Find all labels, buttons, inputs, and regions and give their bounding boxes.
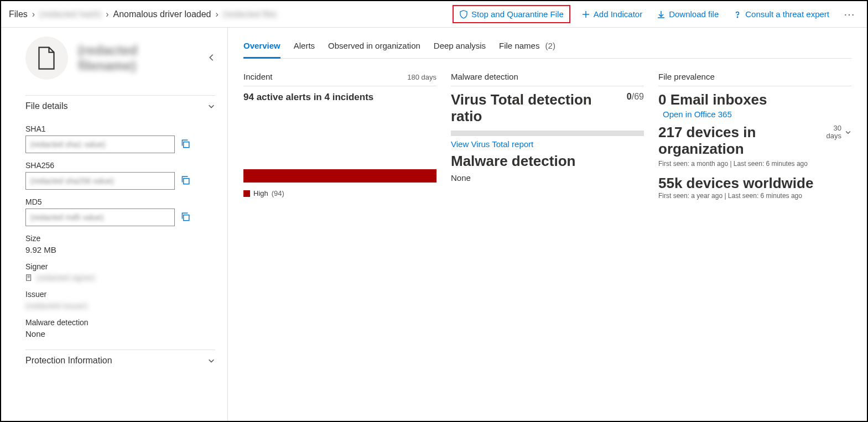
stop-quarantine-label: Stop and Quarantine File: [471, 9, 564, 19]
signer-value: (redacted signer): [37, 273, 95, 282]
copy-icon: [180, 212, 190, 222]
protection-info-heading: Protection Information: [25, 356, 112, 366]
collapse-panel-button[interactable]: [207, 54, 215, 63]
certificate-icon: [25, 274, 33, 282]
breadcrumb-hash[interactable]: (redacted hash): [39, 9, 101, 19]
chevron-right-icon: ›: [32, 9, 35, 19]
copy-icon: [180, 175, 190, 185]
legend-swatch-high: [243, 190, 250, 197]
svg-rect-5: [184, 215, 189, 220]
signer-label: Signer: [25, 262, 215, 271]
tab-file-names-label: File names: [499, 41, 539, 50]
more-actions-button[interactable]: ⋯: [840, 8, 859, 21]
consult-expert-button[interactable]: Consult a threat expert: [730, 7, 833, 21]
malware-detection-value: None: [25, 329, 215, 338]
chevron-down-icon: [207, 102, 215, 110]
chevron-right-icon: ›: [106, 9, 108, 19]
malware-detection-result: None: [451, 173, 644, 183]
prevalence-title: File prevalence: [658, 72, 715, 81]
tab-deep-analysis[interactable]: Deep analysis: [434, 37, 486, 58]
prevalence-days-selector[interactable]: 30 days: [827, 124, 851, 140]
file-icon: [25, 37, 68, 80]
alert-legend: High (94): [243, 189, 436, 197]
copy-sha1-button[interactable]: [180, 139, 190, 150]
download-file-label: Download file: [669, 9, 719, 19]
malware-detection-card: Malware detection Virus Total detection …: [451, 72, 644, 207]
alert-severity-bar: [243, 169, 436, 183]
copy-sha256-button[interactable]: [180, 175, 190, 187]
protection-info-section-toggle[interactable]: Protection Information: [25, 350, 215, 371]
md5-label: MD5: [25, 197, 215, 206]
breadcrumb-file[interactable]: (redacted file): [223, 9, 277, 19]
legend-label-high: High: [253, 189, 268, 197]
svg-rect-4: [184, 178, 189, 184]
prevalence-world-meta: First seen: a year ago | Last seen: 6 mi…: [658, 192, 851, 200]
sha256-label: SHA256: [25, 161, 215, 170]
issuer-label: Issuer: [25, 290, 215, 299]
copy-md5-button[interactable]: [180, 212, 190, 223]
consult-expert-label: Consult a threat expert: [745, 9, 829, 19]
tabs: Overview Alerts Observed in organization…: [243, 37, 851, 59]
breadcrumb-alert[interactable]: Anomalous driver loaded: [113, 9, 211, 19]
legend-count-high: (94): [272, 189, 284, 197]
prevalence-inboxes: 0 Email inboxes: [658, 92, 851, 108]
svg-point-2: [737, 17, 738, 17]
virus-total-ratio-value: 0/69: [627, 92, 644, 102]
open-office365-link[interactable]: Open in Office 365: [663, 110, 851, 119]
chevron-down-icon: [845, 129, 851, 136]
chevron-left-icon: [207, 54, 215, 61]
tab-alerts[interactable]: Alerts: [294, 37, 315, 58]
tab-overview[interactable]: Overview: [243, 37, 280, 59]
copy-icon: [180, 139, 190, 149]
prevalence-org-meta: First seen: a month ago | Last seen: 6 m…: [658, 160, 851, 168]
file-details-heading: File details: [25, 101, 67, 111]
malware-detection-heading: Malware detection: [451, 153, 644, 170]
add-indicator-label: Add Indicator: [594, 9, 642, 19]
virus-total-ratio-bar: [451, 131, 644, 136]
md5-value-box[interactable]: (redacted md5 value): [25, 209, 175, 226]
incident-title: Incident: [243, 72, 273, 81]
view-virus-total-report-link[interactable]: View Virus Total report: [451, 139, 644, 149]
svg-rect-3: [184, 142, 189, 147]
virus-total-ratio-label: Virus Total detection ratio: [451, 92, 627, 125]
sha256-value-box[interactable]: (redacted sha256 value): [25, 172, 175, 190]
prevalence-org-devices: 217 devices in organization: [658, 124, 821, 158]
file-details-section-toggle[interactable]: File details: [25, 95, 215, 117]
malware-card-title: Malware detection: [451, 72, 518, 81]
incident-headline: 94 active alerts in 4 incidents: [243, 92, 436, 103]
shield-icon: [459, 10, 468, 19]
issuer-value: (redacted issuer): [25, 301, 215, 310]
malware-detection-label: Malware detection: [25, 318, 215, 327]
stop-quarantine-button[interactable]: Stop and Quarantine File: [453, 5, 570, 23]
tab-file-names-count: (2): [545, 41, 555, 50]
sha1-label: SHA1: [25, 124, 215, 133]
sha1-value-box[interactable]: (redacted sha1 value): [25, 136, 175, 153]
incident-card: Incident 180 days 94 active alerts in 4 …: [243, 72, 436, 207]
prevalence-world-devices: 55k devices worldwide: [658, 175, 851, 192]
question-icon: [733, 10, 742, 19]
size-value: 9.92 MB: [25, 245, 215, 254]
plus-icon: [581, 10, 590, 19]
download-file-button[interactable]: Download file: [653, 7, 722, 21]
tab-file-names[interactable]: File names (2): [499, 37, 555, 58]
breadcrumb: Files › (redacted hash) › Anomalous driv…: [9, 9, 277, 19]
tab-observed[interactable]: Observed in organization: [328, 37, 420, 58]
download-icon: [657, 10, 666, 19]
breadcrumb-root[interactable]: Files: [9, 9, 28, 19]
add-indicator-button[interactable]: Add Indicator: [578, 7, 646, 21]
size-label: Size: [25, 234, 215, 243]
incident-timespan: 180 days: [407, 73, 436, 81]
file-prevalence-card: File prevalence 0 Email inboxes Open in …: [658, 72, 851, 207]
chevron-right-icon: ›: [216, 9, 219, 19]
chevron-down-icon: [207, 357, 215, 364]
file-title: (redacted filename): [78, 43, 197, 74]
